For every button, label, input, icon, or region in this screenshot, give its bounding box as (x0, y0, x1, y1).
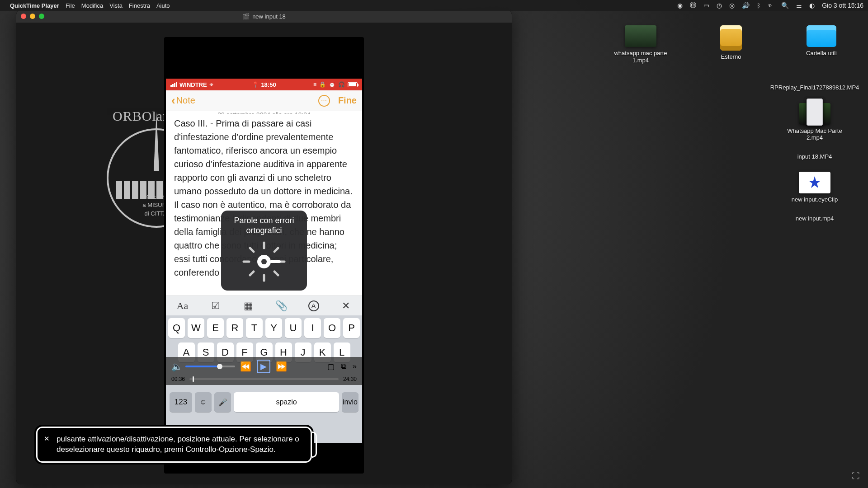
phone-statusbar: WINDTRE ᯤ 📍 18:50 ≡ 🔒 ⏰ 🎧 (166, 79, 362, 90)
location-icon: 📍 (252, 81, 259, 88)
key-p[interactable]: P (343, 318, 360, 338)
siri-icon[interactable]: ◐ (809, 2, 815, 9)
svg-line-5 (250, 272, 254, 275)
voiceover-caption: ✕ pulsante attivazione/disattivazione, p… (36, 427, 312, 463)
window-titlebar: 🎬 new input 18 (16, 10, 512, 23)
key-space[interactable]: spazio (234, 392, 339, 412)
rotor-dial-icon (239, 239, 289, 284)
pip-icon[interactable]: ⧉ (341, 362, 346, 371)
volume-slider[interactable] (185, 366, 217, 367)
movie-icon: 🎬 (242, 13, 250, 20)
key-u[interactable]: U (285, 318, 302, 338)
back-button[interactable]: ‹ Note (171, 94, 195, 108)
key-e[interactable]: E (207, 318, 224, 338)
eye-icon[interactable]: ◉ (677, 2, 683, 9)
spotlight-icon[interactable]: 🔍 (781, 2, 789, 9)
phone-thumb-icon (807, 99, 823, 126)
key-i[interactable]: I (304, 318, 321, 338)
close-button[interactable] (21, 14, 26, 19)
key-return[interactable]: invio (342, 392, 359, 412)
airdrop-icon[interactable]: ◎ (729, 2, 735, 9)
svg-line-7 (250, 248, 254, 252)
notes-navbar: ‹ Note ⋯ Fine (166, 90, 362, 111)
voiceover-text: pulsante attivazione/disattivazione, pos… (57, 435, 299, 454)
key-emoji[interactable]: ☺ (195, 392, 212, 412)
file-input18[interactable]: input 18.MP4 (783, 153, 846, 160)
menu-file[interactable]: File (66, 2, 75, 9)
airplay-icon[interactable]: ▢ (327, 362, 335, 371)
status-icon: ≡ (313, 81, 316, 88)
scrubber[interactable] (189, 378, 339, 380)
menubar-clock[interactable]: Gio 3 ott 15:16 (822, 2, 863, 9)
attachment-icon[interactable]: 📎 (275, 300, 288, 312)
app-name[interactable]: QuickTime Player (10, 2, 59, 9)
phone-recording: WINDTRE ᯤ 📍 18:50 ≡ 🔒 ⏰ 🎧 (164, 37, 364, 474)
svg-point-10 (261, 259, 267, 264)
back-label: Note (176, 95, 195, 106)
menu-edit[interactable]: Modifica (81, 2, 103, 9)
handwriting-icon[interactable]: A (308, 300, 319, 311)
zoom-button[interactable] (39, 14, 44, 19)
time-current: 00:36 (171, 376, 185, 382)
time-total: 24:30 (343, 376, 357, 382)
key-o[interactable]: O (324, 318, 340, 338)
done-button[interactable]: Fine (338, 95, 357, 106)
file-rpreplay[interactable]: RPReplay_Final1727889812.MP4 (783, 84, 846, 91)
svg-rect-9 (270, 260, 281, 263)
screen-mirror-icon[interactable]: ▭ (703, 2, 709, 9)
carrier-name: WINDTRE (179, 81, 207, 88)
clock-icon[interactable]: ◷ (717, 2, 722, 9)
more-icon[interactable]: ⋯ (318, 95, 330, 107)
sound-icon[interactable]: 🔊 (742, 2, 750, 9)
voiceover-rotor[interactable]: Parole con errori ortografici (221, 211, 307, 291)
key-t[interactable]: T (246, 318, 263, 338)
keyboard-toolbar: Aa ☑︎ ▦ 📎 A ✕ (166, 296, 362, 315)
file-eyeclip[interactable]: new input.eyeClip (783, 172, 846, 203)
external-drive-icon (720, 25, 742, 51)
playback-controls: 🔈 ⏪ ▶ ⏩ ▢ ⧉ » (166, 357, 362, 385)
svg-line-3 (274, 272, 278, 275)
more-controls-icon[interactable]: » (353, 362, 357, 371)
key-q[interactable]: Q (168, 318, 185, 338)
volume-icon[interactable]: 🔈 (171, 361, 183, 372)
desktop-icons-row: whatsapp mac parte 1.mp4 Esterno Cartell… (611, 25, 851, 64)
close-icon[interactable]: ✕ (44, 434, 50, 443)
key-y[interactable]: Y (265, 318, 282, 338)
menu-view[interactable]: Vista (109, 2, 123, 9)
video-area: ORBOlandia.it CIECHI a MISURA di CITTA' … (16, 23, 512, 484)
rotor-title: Parole con errori ortografici (226, 216, 302, 235)
file-newinput[interactable]: new input.mp4 (783, 215, 846, 222)
text-format-icon[interactable]: Aa (176, 300, 189, 312)
minimize-button[interactable] (30, 14, 35, 19)
wifi-icon[interactable]: ᯤ (768, 2, 774, 9)
drive-esterno[interactable]: Esterno (702, 25, 760, 64)
fullscreen-icon[interactable]: ⛶ (852, 471, 860, 481)
headphones-icon: 🎧 (338, 81, 345, 88)
key-numbers[interactable]: 123 (170, 392, 192, 412)
control-center-icon[interactable]: ⚌ (796, 2, 802, 9)
key-r[interactable]: R (226, 318, 243, 338)
desktop-icons-col: RPReplay_Final1727889812.MP4 Whatsapp Ma… (778, 84, 851, 222)
note-body[interactable]: 29 settembre 2024 alle ore 12:24 Caso II… (166, 111, 362, 296)
bluetooth-icon[interactable]: ᛒ (757, 2, 760, 9)
fastforward-button[interactable]: ⏩ (276, 361, 287, 372)
table-icon[interactable]: ▦ (242, 300, 255, 312)
key-dictation[interactable]: 🎤 (214, 392, 231, 412)
folder-cartella[interactable]: Cartella utili (792, 25, 851, 64)
menu-help[interactable]: Aiuto (156, 2, 170, 9)
close-keyboard-icon[interactable]: ✕ (340, 300, 352, 312)
rotation-lock-icon: 🔒 (319, 81, 326, 88)
phone-time: 18:50 (261, 81, 276, 88)
checklist-icon[interactable]: ☑︎ (209, 300, 222, 312)
video-thumb-icon (625, 25, 656, 47)
play-button[interactable]: ▶ (257, 360, 270, 373)
menu-window[interactable]: Finestra (129, 2, 150, 9)
eyeclip-icon (799, 172, 830, 193)
mac-menubar: QuickTime Player File Modifica Vista Fin… (0, 0, 868, 11)
svg-line-1 (274, 248, 278, 252)
chevron-left-icon: ‹ (171, 94, 175, 108)
malwarebytes-icon[interactable]: ⓜ (690, 1, 696, 9)
file-whatsapp1[interactable]: whatsapp mac parte 1.mp4 (611, 25, 670, 64)
rewind-button[interactable]: ⏪ (240, 361, 251, 372)
key-w[interactable]: W (188, 318, 204, 338)
